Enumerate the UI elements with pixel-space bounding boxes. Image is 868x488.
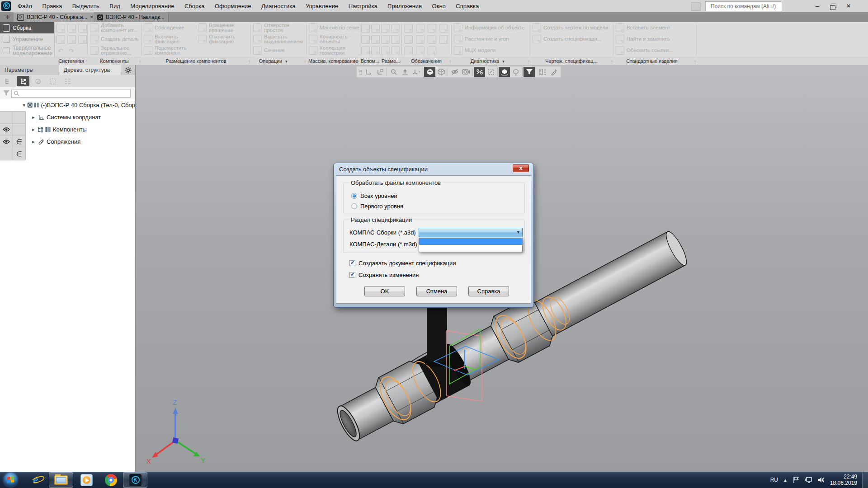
language-indicator[interactable]: RU xyxy=(770,477,778,483)
cut-extrude-button[interactable]: Вырезать выдавливанием xyxy=(251,33,306,45)
menu-layout[interactable]: Оформление xyxy=(211,0,255,12)
selection-area-button[interactable] xyxy=(47,76,59,86)
dim-note-icon[interactable] xyxy=(381,47,390,55)
clip-plane-button[interactable] xyxy=(485,67,496,77)
menu-file[interactable]: Файл xyxy=(14,0,36,12)
geometry-collection-button[interactable]: Коллекция геометрии xyxy=(307,45,360,56)
designation-icon-11[interactable] xyxy=(428,47,436,55)
taskbar-chrome-button[interactable] xyxy=(99,472,123,488)
object-info-button[interactable]: Информация об объекте xyxy=(452,22,529,33)
tree-by-order-button[interactable] xyxy=(2,76,14,86)
move-component-button[interactable]: Переместить компонент xyxy=(142,45,196,56)
create-spec-doc-checkbox[interactable]: Создавать документ спецификации xyxy=(349,260,456,267)
section-button[interactable]: Сечение xyxy=(251,45,306,56)
aux-cs-icon[interactable] xyxy=(371,47,380,55)
aux-offset-plane-icon[interactable] xyxy=(361,35,370,44)
camera-view-button[interactable] xyxy=(460,67,472,77)
find-replace-button[interactable]: Найти и заменить xyxy=(613,33,696,45)
ribbon-nav-solid-modeling[interactable]: Твердотельное моделирование xyxy=(0,45,54,56)
dialog-close-button[interactable]: x xyxy=(513,164,529,172)
pan-view-button[interactable] xyxy=(510,67,521,77)
designation-icon-2[interactable] xyxy=(416,24,425,33)
designation-icon-8[interactable] xyxy=(439,35,448,44)
command-search-input[interactable] xyxy=(710,3,782,10)
volume-icon[interactable] xyxy=(818,477,825,483)
component-filter-button[interactable] xyxy=(32,76,44,86)
toolbar-grip[interactable]: ⣿ xyxy=(358,70,363,75)
menu-select[interactable]: Выделить xyxy=(68,0,104,12)
designation-icon-3[interactable] xyxy=(428,24,436,33)
show-desktop-button[interactable] xyxy=(862,472,868,488)
section-components[interactable]: Компоненты xyxy=(88,57,141,66)
minimize-button[interactable]: – xyxy=(811,0,824,12)
tab-tree-structure[interactable]: Дерево: структура xyxy=(59,65,121,75)
start-button[interactable] xyxy=(4,473,18,487)
tree-row-coordinate-systems[interactable]: ► Системы координат xyxy=(0,111,135,123)
aux-axis-icon[interactable] xyxy=(371,24,380,33)
filter-funnel-icon[interactable] xyxy=(2,89,10,97)
tree-search-input[interactable] xyxy=(11,89,131,98)
orient-view-button[interactable] xyxy=(399,67,410,77)
designation-icon-5[interactable] xyxy=(404,35,413,44)
hide-objects-button[interactable] xyxy=(449,67,460,77)
dim-mark-icon[interactable] xyxy=(391,47,400,55)
tree-by-structure-button[interactable] xyxy=(17,76,29,86)
simple-hole-button[interactable]: Отверстие простое xyxy=(251,22,306,33)
designation-icon-4[interactable] xyxy=(439,24,448,33)
collapse-arrow-icon[interactable]: ► xyxy=(31,115,36,120)
create-drawing-button[interactable]: Создать чертеж по модели xyxy=(530,22,613,33)
dropdown-item-selected[interactable] xyxy=(419,238,522,245)
ribbon-nav-assembly[interactable]: Сборка xyxy=(0,22,54,33)
taskbar-explorer-button[interactable] xyxy=(49,472,73,488)
taskbar-kompas-button[interactable] xyxy=(123,472,147,488)
clock[interactable]: 22:49 18.06.2019 xyxy=(830,474,857,486)
radio-selected-icon[interactable] xyxy=(351,193,357,199)
section-standard-parts[interactable]: Стандартные изделия xyxy=(613,57,690,66)
panel-settings-button[interactable] xyxy=(121,65,135,75)
aux-plane-icon[interactable] xyxy=(361,24,370,33)
add-component-button[interactable]: Добавить компонент из... xyxy=(88,22,141,33)
cs-placement-button[interactable] xyxy=(374,67,386,77)
designation-icon-9[interactable] xyxy=(404,47,413,55)
undo-icon[interactable]: ↶ xyxy=(58,47,64,54)
tab-assembly-document[interactable]: ВЭПС-Р 40 - Сборка.а... × xyxy=(14,12,97,22)
measure-structure-button[interactable] xyxy=(537,67,548,77)
section-operations[interactable]: Операции▼ xyxy=(251,57,296,66)
menu-settings[interactable]: Настройка xyxy=(344,0,382,12)
radio-all-levels[interactable]: Всех уровней xyxy=(351,192,397,199)
menu-modeling[interactable]: Моделирование xyxy=(126,0,178,12)
taskbar-ie-button[interactable]: e xyxy=(24,472,48,488)
ribbon-nav-management[interactable]: Управление xyxy=(0,33,54,45)
menu-window[interactable]: Окно xyxy=(428,0,450,12)
combo-dropdown-list[interactable] xyxy=(419,238,523,252)
insert-element-button[interactable]: Вставить элемент xyxy=(613,22,696,33)
radio-first-level[interactable]: Первого уровня xyxy=(351,203,403,210)
rotate-view-button[interactable] xyxy=(499,67,510,77)
section-drawing-spec[interactable]: Чертеж, спецификац... xyxy=(530,57,613,66)
dim-diameter-icon[interactable] xyxy=(391,35,400,44)
dim-angular-icon[interactable] xyxy=(391,24,400,33)
tab-parameters[interactable]: Параметры xyxy=(0,65,59,75)
chevron-down-icon[interactable]: ▼ xyxy=(284,60,288,64)
chevron-down-icon[interactable]: ▼ xyxy=(501,60,505,64)
dropdown-item[interactable] xyxy=(419,245,522,252)
rotation-rotation-button[interactable]: Вращение-вращение xyxy=(196,22,250,33)
create-part-button[interactable]: Создать деталь xyxy=(88,33,141,45)
coincidence-button[interactable]: Совпадение xyxy=(142,22,196,33)
checkbox-checked-icon[interactable] xyxy=(349,260,355,266)
triad-mode-button[interactable] xyxy=(410,67,422,77)
shaded-view-button[interactable] xyxy=(424,67,435,77)
open-doc-icon[interactable] xyxy=(67,24,76,33)
section-diagnostics[interactable]: Диагностика▼ xyxy=(452,57,524,66)
grid-array-button[interactable]: Массив по сетке xyxy=(307,22,360,33)
section-system[interactable]: Системная xyxy=(55,57,87,66)
section-designations[interactable]: Обозначения xyxy=(402,57,451,66)
menu-applications[interactable]: Приложения xyxy=(383,0,426,12)
print-icon[interactable] xyxy=(57,35,65,44)
local-cs-button[interactable] xyxy=(363,67,374,77)
update-links-button[interactable]: Обновить ссылки... xyxy=(613,45,696,56)
disable-fixation-button[interactable]: Отключить фиксацию xyxy=(196,33,250,45)
dim-linear-icon[interactable] xyxy=(381,24,390,33)
menu-help[interactable]: Справка xyxy=(452,0,483,12)
tab-part-document[interactable]: ВЭПС-Р 40 - Накладк... xyxy=(94,12,169,22)
